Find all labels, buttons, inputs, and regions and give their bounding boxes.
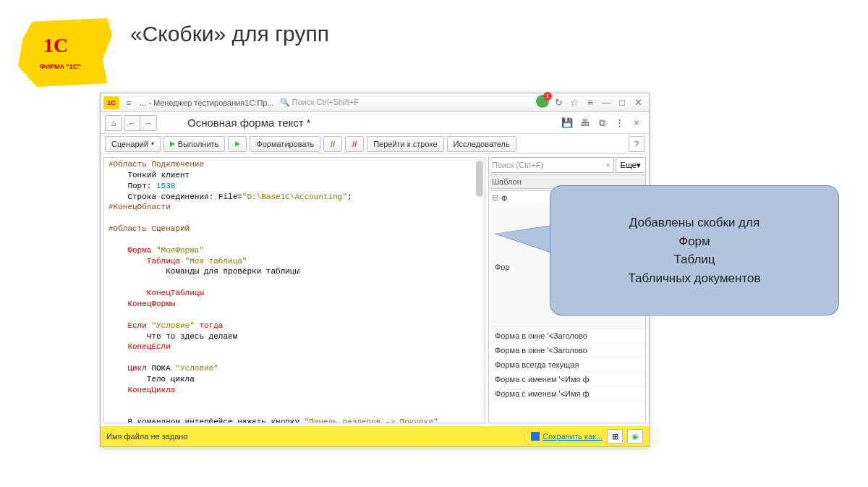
scenario-button[interactable]: Сценарий ▾ — [105, 136, 161, 152]
status-bar: Имя файла не задано Сохранить как... ⊞ ◉ — [101, 426, 649, 446]
format-button[interactable]: Форматировать — [250, 136, 320, 152]
notifications-icon[interactable] — [535, 95, 550, 110]
status-action-2[interactable]: ◉ — [627, 429, 643, 444]
close-icon[interactable]: ✕ — [630, 97, 646, 108]
run-button[interactable]: Выполнить — [163, 136, 225, 152]
toolbar: Сценарий ▾ Выполнить Форматировать // //… — [101, 134, 649, 154]
status-text: Имя файла не задано — [106, 432, 531, 441]
tree-item[interactable]: Форма в окне '<Заголово — [489, 329, 645, 343]
minimize-icon[interactable]: — — [598, 97, 614, 108]
uncomment-button[interactable]: // — [345, 136, 364, 152]
explorer-button[interactable]: Исследователь — [447, 136, 516, 152]
tree-item[interactable]: Форма в окне '<Заголово — [489, 343, 645, 357]
form-title: Основная форма текст * — [187, 117, 558, 129]
code-editor[interactable]: #Область Подключение Тонкий клиент Порт:… — [103, 157, 485, 423]
maximize-icon[interactable]: □ — [614, 97, 630, 108]
tree-item[interactable]: Форма с именем '<Имя ф — [489, 372, 645, 386]
callout-line: Форм — [678, 232, 710, 251]
scrollbar-thumb[interactable] — [476, 161, 483, 197]
side-search-input[interactable]: Поиск (Ctrl+F)× — [488, 157, 614, 173]
disk-icon — [531, 432, 540, 441]
nav-back[interactable]: ← — [124, 116, 140, 130]
status-action-1[interactable]: ⊞ — [607, 429, 623, 444]
callout-line: Табличных документов — [628, 269, 760, 288]
window-title: ... - Менеджер тестирования1С:Пр... — [140, 98, 274, 107]
nav-arrows: ← → — [124, 115, 157, 131]
tree-item[interactable]: Форма с именем '<Имя ф — [489, 386, 645, 401]
star-icon[interactable]: ☆ — [566, 97, 582, 108]
print-icon[interactable]: 🖶 — [576, 117, 592, 128]
step-button[interactable] — [228, 136, 247, 152]
titlebar: 1С ≡ ... - Менеджер тестирования1С:Пр...… — [101, 93, 649, 112]
callout-line: Добавлены скобки для — [629, 213, 760, 232]
app-logo-mini: 1С — [103, 96, 119, 109]
clear-icon[interactable]: × — [605, 161, 610, 169]
comment-button[interactable]: // — [323, 136, 342, 152]
options-icon[interactable]: ⋮ — [611, 117, 627, 128]
side-more-button[interactable]: Еще ▾ — [616, 157, 646, 173]
tab-close-icon[interactable]: × — [629, 117, 644, 128]
callout-line: Таблиц — [673, 250, 715, 269]
callout: Добавлены скобки для Форм Таблиц Табличн… — [499, 185, 839, 316]
slide-title: «Скобки» для групп — [130, 22, 329, 46]
tree-item[interactable]: Форма всегда текущая — [489, 357, 645, 372]
global-search[interactable]: 🔍 Поиск Ctrl+Shift+F — [280, 98, 359, 107]
play-icon — [170, 141, 175, 147]
home-button[interactable]: ⌂ — [105, 115, 122, 131]
goto-line-button[interactable]: Перейти к строке — [367, 136, 443, 152]
history-icon[interactable]: ↻ — [550, 97, 566, 108]
menu-icon[interactable]: ≡ — [122, 98, 135, 107]
save-icon[interactable]: 💾 — [559, 117, 575, 128]
settings-icon[interactable]: ≡ — [582, 97, 598, 108]
save-as-link[interactable]: Сохранить как... — [531, 432, 603, 441]
nav-row: ⌂ ← → Основная форма текст * 💾 🖶 ⧉ ⋮ × — [101, 112, 649, 134]
help-button[interactable]: ? — [629, 136, 644, 152]
logo-1c: 1С ФИРМА "1С" — [18, 18, 112, 87]
nav-forward[interactable]: → — [140, 116, 156, 130]
copy-icon[interactable]: ⧉ — [594, 117, 610, 129]
